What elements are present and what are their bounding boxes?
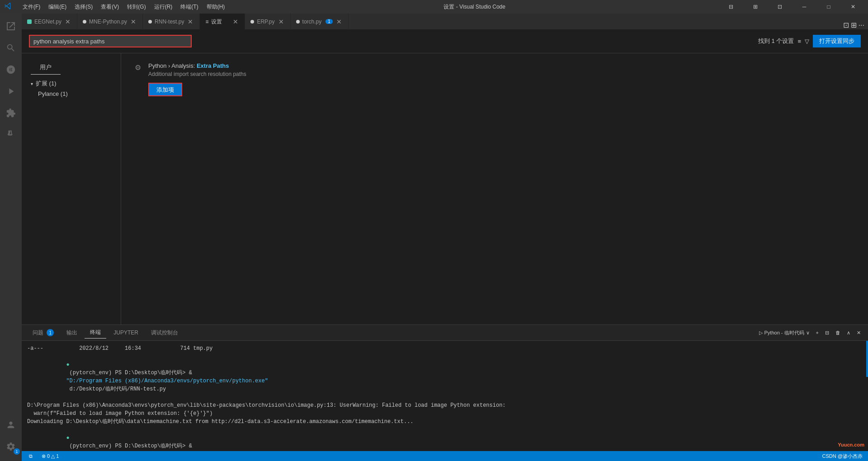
results-count: 找到 1 个设置 bbox=[758, 37, 794, 45]
tab-modified-mne bbox=[83, 20, 86, 24]
terminal-line-3: D:\Program Files (x86)\Anaconda3\envs\py… bbox=[27, 401, 863, 409]
tree-label-extensions: 扩展 (1) bbox=[36, 80, 57, 88]
tab-label-settings: 设置 bbox=[211, 18, 222, 26]
terminal-line-1: -a--- 2022/8/12 16:34 714 tmp.py bbox=[27, 344, 863, 353]
setting-description: Additional import search resolution path… bbox=[148, 71, 854, 77]
prompt-text-2: (pytorch_env) PS D:\Desktop\临时代码> & bbox=[66, 443, 195, 449]
svg-point-1 bbox=[9, 71, 10, 72]
panel-label-jupyter: JUPYTER bbox=[113, 329, 138, 336]
panel-label-output: 输出 bbox=[66, 329, 77, 336]
tab-close-torch[interactable]: ✕ bbox=[335, 18, 343, 25]
split-editor-icon[interactable]: ⊡ bbox=[843, 21, 849, 29]
activity-icon-settings[interactable]: 1 bbox=[0, 436, 22, 457]
settings-body: 用户 ▾ 扩展 (1) Pylance (1) bbox=[22, 53, 868, 325]
warning-count: 1 bbox=[56, 453, 59, 459]
settings-tree: ▾ 扩展 (1) Pylance (1) bbox=[22, 75, 121, 102]
menu-view[interactable]: 查看(V) bbox=[97, 2, 123, 12]
maximize-button[interactable]: □ bbox=[818, 0, 839, 14]
tab-label-erp: ERP.py bbox=[257, 19, 274, 25]
activity-icon-flask[interactable] bbox=[0, 124, 22, 146]
tab-erp[interactable]: ERP.py ✕ bbox=[245, 14, 290, 29]
sync-settings-button[interactable]: 打开设置同步 bbox=[813, 35, 861, 47]
prompt-text-1: (pytorch_env) PS D:\Desktop\临时代码> & bbox=[66, 370, 195, 376]
more-actions-icon[interactable]: ··· bbox=[859, 21, 864, 29]
panel-tab-jupyter[interactable]: JUPYTER bbox=[108, 328, 144, 338]
content-area: EEGNet.py ✕ MNE-Python.py ✕ RNN-test.py … bbox=[22, 14, 868, 461]
terminal-line-5: Downloading D:\Desktop\临时代码\data\timemac… bbox=[27, 418, 863, 426]
maximize-panel-button[interactable]: ∧ bbox=[845, 329, 852, 337]
terminal-run-icon: ▷ bbox=[759, 330, 763, 336]
titlebar-menu: 文件(F) 编辑(E) 选择(S) 查看(V) 转到(G) 运行(R) 终端(T… bbox=[19, 2, 228, 12]
status-errors[interactable]: ⊗ 0 △ 1 bbox=[40, 453, 61, 459]
tab-icon-eegnet bbox=[27, 19, 32, 24]
titlebar: 文件(F) 编辑(E) 选择(S) 查看(V) 转到(G) 运行(R) 终端(T… bbox=[0, 0, 868, 14]
panel-tab-debug-console[interactable]: 调试控制台 bbox=[146, 327, 184, 339]
split-terminal-button[interactable]: ⊟ bbox=[823, 329, 831, 337]
tab-close-mne[interactable]: ✕ bbox=[130, 18, 137, 25]
settings-search-input[interactable] bbox=[29, 35, 192, 47]
settings-tab-user[interactable]: 用户 bbox=[31, 61, 61, 75]
tab-close-eegnet[interactable]: ✕ bbox=[64, 18, 71, 25]
tab-eegnet[interactable]: EEGNet.py ✕ bbox=[22, 14, 77, 29]
terminal-content[interactable]: -a--- 2022/8/12 16:34 714 tmp.py ● (pyto… bbox=[22, 341, 868, 451]
close-button[interactable]: ✕ bbox=[843, 0, 863, 14]
tree-item-pylance[interactable]: Pylance (1) bbox=[22, 89, 121, 99]
activity-icon-search[interactable] bbox=[0, 37, 22, 59]
tab-close-erp[interactable]: ✕ bbox=[278, 18, 285, 25]
settings-header: 找到 1 个设置 ≡ ▽ 打开设置同步 bbox=[22, 29, 868, 53]
add-item-button[interactable]: 添加项 bbox=[148, 83, 182, 96]
activity-icon-extensions[interactable] bbox=[0, 102, 22, 124]
minimize-button[interactable]: ─ bbox=[794, 0, 815, 14]
menu-run[interactable]: 运行(R) bbox=[151, 2, 176, 12]
activity-icon-run[interactable] bbox=[0, 80, 22, 102]
titlebar-left: 文件(F) 编辑(E) 选择(S) 查看(V) 转到(G) 运行(R) 终端(T… bbox=[5, 2, 228, 12]
status-remote[interactable]: ⧉ bbox=[25, 453, 36, 459]
prompt-dot-filled-2: ● bbox=[66, 435, 69, 441]
tab-label-rnn: RNN-test.py bbox=[155, 19, 184, 25]
menu-select[interactable]: 选择(S) bbox=[71, 2, 96, 12]
layout-icon-3[interactable]: ⊡ bbox=[769, 0, 790, 14]
error-icon: ⊗ bbox=[42, 453, 46, 459]
menu-file[interactable]: 文件(F) bbox=[19, 2, 44, 12]
tab-close-settings[interactable]: ✕ bbox=[232, 18, 239, 25]
activity-bar-bottom: 1 bbox=[0, 414, 22, 461]
menu-edit[interactable]: 编辑(E) bbox=[45, 2, 70, 12]
panel-tab-output[interactable]: 输出 bbox=[61, 327, 83, 339]
terminal-name: Python - 临时代码 bbox=[764, 329, 804, 336]
tab-rnn[interactable]: RNN-test.py ✕ bbox=[143, 14, 200, 29]
activity-icon-account[interactable] bbox=[0, 414, 22, 436]
layout-icon-1[interactable]: ⊟ bbox=[721, 0, 741, 14]
tree-item-extensions[interactable]: ▾ 扩展 (1) bbox=[22, 78, 121, 89]
tab-modified-erp bbox=[250, 20, 254, 24]
panel-label-terminal: 终端 bbox=[90, 329, 101, 335]
activity-bar: 1 bbox=[0, 14, 22, 461]
window-title: 设置 - Visual Studio Code bbox=[443, 3, 505, 11]
kill-terminal-button[interactable]: 🗑 bbox=[834, 329, 842, 336]
menu-goto[interactable]: 转到(G) bbox=[123, 2, 149, 12]
tab-close-rnn[interactable]: ✕ bbox=[187, 18, 194, 25]
new-terminal-button[interactable]: + bbox=[814, 329, 821, 336]
editor-layout-icon[interactable]: ⊞ bbox=[851, 21, 857, 29]
layout-icon-2[interactable]: ⊞ bbox=[745, 0, 766, 14]
funnel-icon[interactable]: ▽ bbox=[805, 38, 809, 45]
main-layout: 1 EEGNet.py ✕ MNE-Python.py ✕ bbox=[0, 14, 868, 461]
panel-tab-problems[interactable]: 问题 1 bbox=[27, 327, 59, 339]
tab-mne[interactable]: MNE-Python.py ✕ bbox=[77, 14, 143, 29]
activity-icon-git[interactable] bbox=[0, 59, 22, 80]
activity-icon-explorer[interactable] bbox=[0, 15, 22, 37]
tab-torch[interactable]: torch.py 1 ✕ bbox=[291, 14, 349, 29]
menu-help[interactable]: 帮助(H) bbox=[203, 2, 229, 12]
panel: 问题 1 输出 终端 JUPYTER 调试控制台 bbox=[22, 325, 868, 451]
cmd-suffix-1: d:/Desktop/临时代码/RNN-test.py bbox=[66, 386, 166, 392]
close-panel-button[interactable]: ✕ bbox=[855, 329, 863, 337]
setting-gear-icon[interactable]: ⚙ bbox=[135, 63, 141, 96]
panel-tab-terminal[interactable]: 终端 bbox=[85, 327, 106, 339]
terminal-line-4: warn(f"Failed to load image Python exten… bbox=[27, 409, 863, 418]
tree-label-pylance: Pylance (1) bbox=[38, 90, 68, 97]
terminal-selector[interactable]: ▷ Python - 临时代码 ∨ bbox=[757, 329, 811, 337]
tab-settings[interactable]: ≡ 设置 ✕ bbox=[200, 14, 245, 29]
filter-icon[interactable]: ≡ bbox=[797, 38, 801, 45]
settings-content: ⚙ Python › Analysis: Extra Paths Additio… bbox=[121, 53, 868, 325]
menu-terminal[interactable]: 终端(T) bbox=[177, 2, 202, 12]
tab-badge-torch: 1 bbox=[326, 19, 333, 24]
